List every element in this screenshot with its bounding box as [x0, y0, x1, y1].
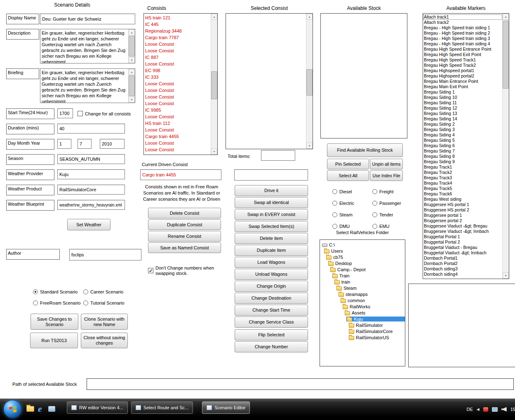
consist-item[interactable]: Loose Consist: [144, 41, 211, 47]
dont-change-numbers-checkbox[interactable]: [148, 268, 153, 273]
marker-item[interactable]: Bregau Highspeed portal1: [423, 68, 502, 73]
duration-input[interactable]: [57, 124, 125, 134]
description-scrollbar[interactable]: ▲ ▼: [128, 29, 135, 63]
marker-item[interactable]: Bregau High Speed Exit Point: [423, 52, 502, 57]
marker-item[interactable]: Bregau Siding 6: [423, 143, 502, 148]
consist-item[interactable]: Regionalzug 3448: [144, 28, 211, 34]
consist-item[interactable]: IC 887: [144, 54, 211, 61]
marker-item[interactable]: Bregau Track1: [423, 164, 502, 170]
save-changes-button[interactable]: Save Changes to Scenario: [31, 314, 78, 330]
marker-item[interactable]: Bregau Main Exit Point: [423, 84, 502, 89]
consist-item[interactable]: EC 998: [144, 67, 211, 74]
radio-dmu[interactable]: DMU: [332, 224, 372, 229]
tree-item[interactable]: Assets: [320, 310, 405, 316]
marker-item[interactable]: Bruggersee Viaduct -&gt; Bregau: [423, 223, 502, 229]
unpin-all-items-button[interactable]: Unpin all items: [370, 159, 403, 169]
marker-item[interactable]: Bregau West siding: [423, 197, 502, 202]
radio-electric[interactable]: Electric: [332, 201, 372, 206]
marker-item[interactable]: Bregau Track6: [423, 191, 502, 197]
consist-item[interactable]: IC 445: [144, 21, 211, 28]
load-wagons-button[interactable]: Load Wagons: [235, 257, 308, 268]
marker-item[interactable]: Bregau Siding 1: [423, 89, 502, 95]
author-input[interactable]: [69, 249, 141, 260]
briefing-scrollbar[interactable]: ▲ ▼: [128, 69, 135, 103]
change-service-class-button[interactable]: Change Service Class: [235, 317, 308, 328]
task-scenario-editor[interactable]: Scenario Editor: [202, 401, 250, 414]
weather-blueprint-input[interactable]: [57, 200, 125, 210]
change-start-time-button[interactable]: Change Start Time: [235, 305, 308, 316]
consist-item[interactable]: Cargo train 4455: [144, 133, 211, 140]
marker-item[interactable]: Bruggersee HS portal 2: [423, 207, 502, 213]
tree-item[interactable]: Users: [320, 248, 405, 254]
delete-consist-button[interactable]: Delete Consist: [148, 208, 221, 218]
season-input[interactable]: [57, 154, 125, 164]
tree-item[interactable]: Camp.- Depot: [320, 266, 405, 272]
tree-item[interactable]: C:\: [320, 242, 405, 248]
radio-passenger[interactable]: Passenger: [372, 201, 407, 206]
save-as-named-consist-button[interactable]: Save as Named Consist: [148, 242, 221, 253]
marker-item[interactable]: Bregau Siding 5: [423, 138, 502, 143]
marker-item[interactable]: Bruggertal Viaduct -&gt; Innbach: [423, 250, 502, 256]
find-available-rolling-stock-button[interactable]: Find Available Rolling Stock: [327, 143, 403, 157]
task-rw-editor[interactable]: RW editor Version 4...: [67, 401, 128, 414]
change-number-button[interactable]: Change Number: [235, 341, 308, 352]
consist-item[interactable]: Loose Consist: [144, 47, 211, 54]
marker-item[interactable]: Bregau Siding 12: [423, 106, 502, 111]
radio-diesel[interactable]: Diesel: [332, 189, 372, 194]
marker-item[interactable]: Dornbach siding4: [423, 272, 502, 277]
marker-item[interactable]: Bregau High Speed Entrance Point: [423, 47, 502, 52]
select-all-button[interactable]: Select All: [327, 170, 369, 181]
scroll-thumb[interactable]: [211, 71, 217, 99]
consist-item[interactable]: Loose Consist: [144, 146, 211, 153]
duplicate-consist-button[interactable]: Duplicate Consist: [148, 219, 221, 230]
marker-item[interactable]: Altach track2: [423, 20, 502, 25]
tray-app-icon[interactable]: [483, 407, 488, 412]
scroll-down-icon[interactable]: ▼: [503, 272, 509, 279]
marker-item[interactable]: Bregau Siding 10: [423, 95, 502, 100]
consists-list[interactable]: HS train 121IC 445Regionalzug 3448Cargo …: [143, 13, 218, 155]
internet-explorer-icon[interactable]: e: [38, 404, 42, 413]
marker-item[interactable]: Bregau Track4: [423, 181, 502, 186]
marker-item[interactable]: Dornbach Portal2: [423, 261, 502, 266]
use-index-file-button[interactable]: Use Index File: [370, 170, 403, 181]
tree-item[interactable]: common: [320, 297, 405, 303]
marker-item[interactable]: Bregau High Speed Track2: [423, 63, 502, 68]
consist-item[interactable]: Loose Consist: [144, 100, 211, 107]
scroll-thumb[interactable]: [129, 75, 135, 96]
marker-item[interactable]: Bregau Siding 7: [423, 148, 502, 154]
weather-provider-input[interactable]: [57, 169, 125, 179]
tree-item[interactable]: Desktop: [320, 260, 405, 266]
volume-icon[interactable]: [501, 407, 507, 412]
briefing-input[interactable]: Ein grauer, kalter, regnerischer Herbstt…: [40, 68, 135, 103]
marker-item[interactable]: Bregau Siding 9: [423, 159, 502, 164]
radio-freeroam-scenario[interactable]: FreeRoam Scenario: [33, 300, 83, 305]
scroll-up-icon[interactable]: ▲: [129, 29, 135, 35]
tree-item[interactable]: steamapps: [320, 291, 405, 297]
tree-item[interactable]: Steam: [320, 285, 405, 291]
folder-tree[interactable]: C:\ Users cb75 Desktop: [320, 239, 405, 366]
radio-standard-scenario[interactable]: Standard Scenario: [33, 289, 83, 294]
consist-item[interactable]: HS train 112: [144, 120, 211, 127]
run-ts2013-button[interactable]: Run TS2013: [30, 333, 78, 348]
task-select-route[interactable]: Select Route and Sc...: [131, 401, 193, 414]
marker-item[interactable]: Bregau Main Entrance Point: [423, 79, 502, 84]
consist-item[interactable]: Loose Consist: [144, 140, 211, 146]
current-driven-consist-input[interactable]: [140, 169, 221, 180]
chevron-left-icon[interactable]: ◀: [477, 407, 480, 411]
selected-consist-scrollbar[interactable]: ▲ ▼: [306, 14, 313, 149]
selected-consist-list[interactable]: ▲ ▼: [226, 13, 313, 149]
marker-item[interactable]: Dornbach Portal1: [423, 256, 502, 261]
display-name-input[interactable]: [40, 14, 135, 24]
radio-tender[interactable]: Tender: [372, 212, 407, 217]
marker-item[interactable]: Bruggersee portal 1: [423, 213, 502, 218]
radio-freight[interactable]: Freight: [372, 189, 407, 194]
rename-consist-button[interactable]: Rename Consist: [148, 231, 221, 242]
scroll-up-icon[interactable]: ▲: [129, 69, 135, 75]
marker-item[interactable]: Bregau Siding 3: [423, 127, 502, 132]
marker-item[interactable]: Bregau Siding 8: [423, 154, 502, 159]
consist-item[interactable]: Loose Consist: [144, 61, 211, 67]
scroll-down-icon[interactable]: ▼: [306, 143, 313, 149]
start-button[interactable]: [3, 400, 22, 418]
radio-tutorial-scenario[interactable]: Tutorial Scenario: [83, 300, 134, 305]
close-without-saving-button[interactable]: Close without saving changes: [81, 333, 128, 348]
